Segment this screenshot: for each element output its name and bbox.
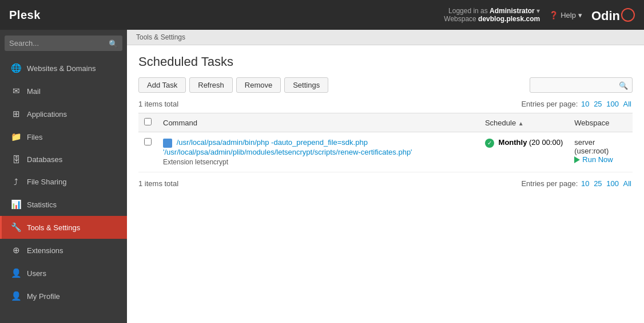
entries-100-link[interactable]: 100 <box>606 100 619 108</box>
plesk-logo: Plesk <box>9 9 41 22</box>
sidebar-item-label: Databases <box>27 155 62 164</box>
table-search-icon: 🔍 <box>619 81 628 89</box>
refresh-button[interactable]: Refresh <box>189 77 233 93</box>
breadcrumb: Tools & Settings <box>127 30 644 45</box>
search-input[interactable] <box>5 36 122 51</box>
entries-10-link-bottom[interactable]: 10 <box>581 179 589 188</box>
sidebar-item-file-sharing[interactable]: ⤴ File Sharing <box>0 171 127 193</box>
task-extension: Extension letsencrypt <box>163 158 474 166</box>
sidebar-item-label: Tools & Settings <box>27 223 80 232</box>
select-all-checkbox[interactable] <box>144 118 152 125</box>
sidebar-item-label: Files <box>27 133 42 141</box>
sidebar: 🔍 🌐 Websites & Domains ✉ Mail ⊞ Applicat… <box>0 30 127 323</box>
run-now-label: Run Now <box>582 155 613 164</box>
row-checkbox-cell <box>138 132 157 172</box>
command-cell: /usr/local/psa/admin/bin/php -dauto_prep… <box>157 132 479 172</box>
sidebar-item-databases[interactable]: 🗄 Databases <box>0 148 127 171</box>
schedule-time: (20 00:00) <box>529 138 563 147</box>
admin-name-link[interactable]: Administrator <box>490 7 535 15</box>
file-sharing-icon: ⤴ <box>11 177 21 187</box>
webspace-user: (user:root) <box>574 147 609 155</box>
entries-10-link[interactable]: 10 <box>581 100 589 108</box>
sidebar-item-applications[interactable]: ⊞ Applications <box>0 103 127 125</box>
items-total-top: 1 items total <box>138 100 178 108</box>
webspace-column-header: Webspace <box>569 113 633 132</box>
sidebar-item-label: Websites & Domains <box>27 64 96 73</box>
sidebar-item-users[interactable]: 👤 Users <box>0 262 127 285</box>
sidebar-item-label: Users <box>27 269 46 278</box>
main-layout: 🔍 🌐 Websites & Domains ✉ Mail ⊞ Applicat… <box>0 30 644 323</box>
statistics-icon: 📊 <box>11 199 21 210</box>
sidebar-item-my-profile[interactable]: 👤 My Profile <box>0 285 127 308</box>
status-check-icon: ✓ <box>485 139 494 148</box>
search-icon: 🔍 <box>109 39 118 48</box>
sidebar-item-label: Mail <box>27 87 41 96</box>
add-task-button[interactable]: Add Task <box>138 77 186 93</box>
entries-25-link[interactable]: 25 <box>594 100 602 108</box>
breadcrumb-link[interactable]: Tools & Settings <box>136 33 185 41</box>
sidebar-item-label: Extensions <box>27 246 63 255</box>
row-checkbox[interactable] <box>144 138 152 145</box>
globe-icon: 🌐 <box>11 63 21 73</box>
schedule-frequency: Monthly <box>499 138 527 147</box>
sidebar-item-label: Statistics <box>27 200 57 209</box>
tasks-table: Command Schedule ▲ Webspace <box>138 113 633 172</box>
applications-icon: ⊞ <box>11 109 21 119</box>
user-info: Logged in as Administrator ▾ Webspace de… <box>444 7 540 23</box>
databases-icon: 🗄 <box>11 155 21 164</box>
checkbox-header <box>138 113 157 132</box>
odin-logo: Odin <box>591 6 635 23</box>
help-button[interactable]: ❓ Help ▾ <box>549 11 582 19</box>
command-column-header: Command <box>157 113 479 132</box>
extensions-icon: ⊕ <box>11 245 21 255</box>
odin-circle-icon <box>621 8 635 22</box>
entries-per-page-bottom: Entries per page: 10 25 100 All <box>521 179 633 188</box>
entries-25-link-bottom[interactable]: 25 <box>594 179 602 188</box>
remove-button[interactable]: Remove <box>236 77 281 93</box>
sidebar-item-files[interactable]: 📁 Files <box>0 125 127 148</box>
page-content: Scheduled Tasks Add Task Refresh Remove … <box>127 45 644 323</box>
top-header: Plesk Logged in as Administrator ▾ Websp… <box>0 0 644 30</box>
search-container: 🔍 <box>530 77 633 93</box>
toolbar: Add Task Refresh Remove Settings 🔍 <box>138 77 633 93</box>
command-icon <box>163 139 172 148</box>
webspace-cell: server (user:root) Run Now <box>569 132 633 172</box>
settings-button[interactable]: Settings <box>284 77 328 93</box>
entries-per-page-top: Entries per page: 10 25 100 All <box>521 100 633 108</box>
extension-name: letsencrypt <box>195 158 228 166</box>
sidebar-item-label: My Profile <box>27 292 60 301</box>
table-search-input[interactable] <box>530 77 633 93</box>
page-title: Scheduled Tasks <box>138 54 633 69</box>
schedule-cell: ✓ Monthly (20 00:00) <box>479 132 569 172</box>
mail-icon: ✉ <box>11 86 21 96</box>
search-box-wrap: 🔍 <box>5 36 122 51</box>
sidebar-item-extensions[interactable]: ⊕ Extensions <box>0 239 127 262</box>
sidebar-item-tools-settings[interactable]: 🔧 Tools & Settings <box>0 216 127 239</box>
schedule-column-header: Schedule ▲ <box>479 113 569 132</box>
webspace-link[interactable]: devblog.plesk.com <box>478 15 540 23</box>
entries-all-link[interactable]: All <box>623 100 631 108</box>
play-icon <box>574 156 580 163</box>
sidebar-item-websites-domains[interactable]: 🌐 Websites & Domains <box>0 57 127 80</box>
command-link[interactable]: /usr/local/psa/admin/bin/php -dauto_prep… <box>163 138 412 156</box>
table-header-row: Command Schedule ▲ Webspace <box>138 113 633 132</box>
items-meta-bottom: 1 items total Entries per page: 10 25 10… <box>138 179 633 188</box>
sidebar-item-statistics[interactable]: 📊 Statistics <box>0 193 127 216</box>
users-icon: 👤 <box>11 268 21 278</box>
sidebar-item-label: Applications <box>27 110 67 119</box>
search-box-container: 🔍 <box>0 30 127 57</box>
run-now-button[interactable]: Run Now <box>574 155 613 164</box>
table-row: /usr/local/psa/admin/bin/php -dauto_prep… <box>138 132 633 172</box>
header-right: Logged in as Administrator ▾ Webspace de… <box>444 6 635 23</box>
sort-asc-icon[interactable]: ▲ <box>518 120 524 127</box>
files-icon: 📁 <box>11 132 21 142</box>
question-icon: ❓ <box>549 11 558 19</box>
tools-icon: 🔧 <box>11 222 21 233</box>
webspace-info: Webspace devblog.plesk.com <box>444 15 540 23</box>
items-total-bottom: 1 items total <box>138 179 178 188</box>
profile-icon: 👤 <box>11 291 21 301</box>
entries-all-link-bottom[interactable]: All <box>623 179 631 188</box>
items-meta-top: 1 items total Entries per page: 10 25 10… <box>138 100 633 108</box>
sidebar-item-mail[interactable]: ✉ Mail <box>0 80 127 103</box>
entries-100-link-bottom[interactable]: 100 <box>606 179 619 188</box>
